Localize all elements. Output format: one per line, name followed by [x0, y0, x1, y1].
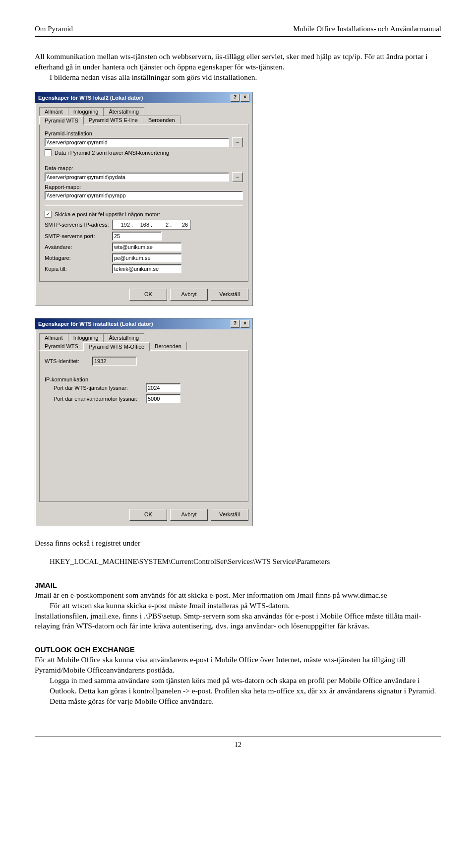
tab-pyramid-wts[interactable]: Pyramid WTS [39, 116, 84, 124]
intro-paragraph: All kommunikation mellan wts-tjänsten oc… [35, 52, 441, 83]
outlook-p2: Logga in med samma användare som tjänste… [35, 676, 441, 707]
tab-dependencies[interactable]: Beroenden [149, 342, 187, 350]
ok-button[interactable]: OK [129, 289, 167, 301]
ip-octet-3[interactable] [152, 220, 170, 229]
jmail-p2: För att wts:en ska kunna skicka e-post m… [35, 601, 290, 611]
recipient-input[interactable] [112, 253, 181, 262]
page-footer: 12 [35, 737, 441, 749]
dialog-title: Egenskaper för WTS lokal2 (Lokal dator) [38, 95, 143, 101]
apply-button[interactable]: Verkställ [211, 289, 248, 301]
tabs-row-1: Allmänt Inloggning Återställning [35, 103, 252, 116]
title-bar: Egenskaper för WTS installtest (Lokal da… [35, 318, 252, 329]
tabs-row-2: Pyramid WTS Pyramid WTS E-line Beroenden [35, 116, 252, 124]
tab-pyramid-wts-eline[interactable]: Pyramid WTS E-line [83, 116, 143, 124]
header-rule [35, 36, 441, 37]
smtp-port-label: SMTP-serverns port: [45, 233, 109, 239]
page-number: 12 [235, 741, 241, 748]
ansi-label: Data i Pyramid 2 som kräver ANSI-konvert… [55, 150, 169, 156]
rapport-label: Rapport-mapp: [45, 184, 243, 190]
dialog-title: Egenskaper för WTS installtest (Lokal da… [38, 321, 153, 327]
outlook-heading: OUTLOOK OCH EXCHANGE [35, 645, 441, 654]
send-email-label: Skicka e-post när fel uppstår i någon mo… [55, 211, 160, 217]
tabs-row-2: Pyramid WTS Pyramid WTS M-Office Beroend… [35, 342, 252, 350]
tab-recovery[interactable]: Återställning [103, 107, 144, 116]
tab-panel: Pyramid-installation: ... Data i Pyramid… [39, 124, 248, 282]
port-wts-label: Port där WTS-tjänsten lyssnar: [54, 385, 143, 391]
registry-intro: Dessa finns också i registret under [35, 538, 441, 549]
recipient-label: Mottagare: [45, 255, 109, 261]
copy-label: Kopia till: [45, 266, 109, 272]
outlook-paragraph: För att Mobile Office ska kunna visa anv… [35, 655, 441, 707]
outlook-p1: För att Mobile Office ska kunna visa anv… [35, 655, 406, 674]
header-right: Mobile Office Installations- och Använda… [293, 25, 441, 33]
intro-line-1: All kommunikation mellan wts-tjänsten oc… [35, 52, 362, 61]
jmail-p1: Jmail är en e-postkomponent som används … [35, 591, 387, 599]
tab-panel: WTS-identitet: IP-kommunikation: Port dä… [39, 350, 248, 502]
ip-octet-1[interactable] [114, 220, 131, 229]
properties-dialog-2: Egenskaper för WTS installtest (Lokal da… [35, 318, 253, 526]
port-wts-input[interactable] [146, 383, 180, 392]
tabs-row-1: Allmänt Inloggning Återställning [35, 329, 252, 342]
tab-pyramid-wts[interactable]: Pyramid WTS [39, 342, 84, 350]
cancel-button[interactable]: Avbryt [170, 509, 208, 521]
tab-pyramid-wts-moffice[interactable]: Pyramid WTS M-Office [83, 342, 150, 351]
send-email-checkbox[interactable]: ✓ [45, 211, 52, 218]
close-icon[interactable]: × [240, 320, 249, 328]
identity-input [92, 357, 137, 366]
ip-octet-4[interactable] [172, 220, 189, 229]
browse-button[interactable]: ... [232, 137, 243, 147]
copy-input[interactable] [112, 264, 181, 273]
registry-path: HKEY_LOCAL_MACHINE\SYSTEM\CurrentControl… [35, 558, 441, 566]
port-single-input[interactable] [146, 394, 180, 403]
help-icon[interactable]: ? [231, 94, 239, 102]
ok-button[interactable]: OK [129, 509, 167, 521]
page-header: Om Pyramid Mobile Office Installations- … [35, 25, 441, 33]
identity-label: WTS-identitet: [45, 358, 89, 364]
apply-button[interactable]: Verkställ [211, 509, 248, 521]
install-label: Pyramid-installation: [45, 130, 243, 136]
title-bar: Egenskaper för WTS lokal2 (Lokal dator) … [35, 92, 252, 103]
header-left: Om Pyramid [35, 25, 73, 33]
separator [45, 205, 243, 206]
smtp-ip-label: SMTP-serverns IP-adress: [45, 222, 109, 228]
tab-login[interactable]: Inloggning [68, 333, 104, 342]
close-icon[interactable]: × [240, 94, 249, 102]
rapport-input[interactable] [45, 191, 243, 200]
port-single-label: Port där enanvändarmotor lyssnar: [54, 396, 143, 402]
datamap-input[interactable] [45, 173, 229, 182]
tab-general[interactable]: Allmänt [39, 333, 68, 342]
intro-line-3: I bilderna nedan visas alla inställninga… [35, 72, 257, 83]
browse-button[interactable]: ... [232, 172, 243, 182]
jmail-p3: Installationsfilen, jmail.exe, finns i .… [35, 612, 421, 630]
tab-general[interactable]: Allmänt [39, 107, 68, 116]
help-icon[interactable]: ? [231, 320, 239, 328]
jmail-heading: JMAIL [35, 581, 441, 589]
sender-label: Avsändare: [45, 244, 109, 250]
install-path-input[interactable] [45, 138, 229, 147]
ip-octet-2[interactable] [133, 220, 151, 229]
jmail-paragraph: Jmail är en e-postkomponent som används … [35, 590, 441, 632]
smtp-port-input[interactable] [112, 232, 162, 241]
tab-login[interactable]: Inloggning [68, 107, 104, 116]
tab-dependencies[interactable]: Beroenden [143, 116, 180, 124]
datamap-label: Data-mapp: [45, 165, 243, 171]
cancel-button[interactable]: Avbryt [170, 289, 208, 301]
tab-recovery[interactable]: Återställning [103, 333, 144, 342]
ansi-checkbox[interactable] [45, 149, 52, 156]
properties-dialog-1: Egenskaper för WTS lokal2 (Lokal dator) … [35, 92, 253, 306]
ipcomm-label: IP-kommunikation: [45, 376, 243, 382]
sender-input[interactable] [112, 243, 181, 251]
